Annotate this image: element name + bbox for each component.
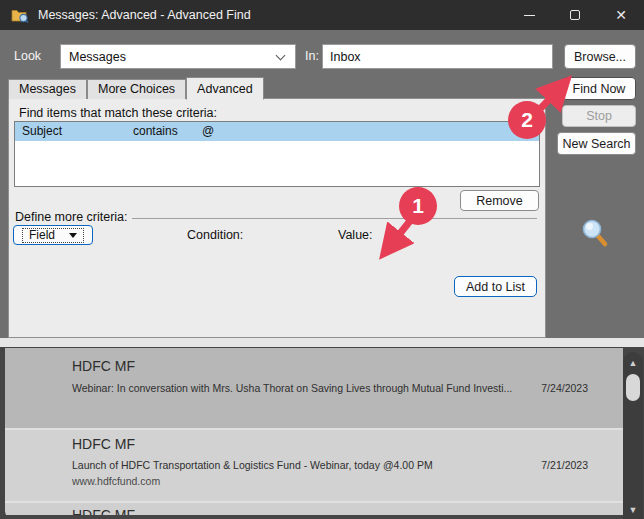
dropdown-triangle-icon [69,233,77,238]
close-button[interactable]: ✕ [598,0,644,30]
minimize-button[interactable] [506,0,552,30]
mail-sender: HDFC MF [72,358,135,374]
mail-list-item[interactable]: HDFC MF Webinar: In conversation with Mr… [5,348,623,430]
advanced-tab-page: Find items that match these criteria: Su… [8,98,546,338]
mail-subject: Launch of HDFC Transportation & Logistic… [72,459,512,471]
close-icon: ✕ [615,8,627,22]
search-results-pane: HDFC MF Webinar: In conversation with Mr… [0,347,644,519]
maximize-icon [570,10,580,20]
annotation-circle-1: 1 [399,187,437,225]
mail-date: 7/21/2023 [541,459,588,471]
mail-sender: HDFC MF [72,507,135,515]
find-folder-icon [11,8,29,23]
mail-preview: www.hdfcfund.com [72,475,160,487]
look-label: Look [14,49,41,63]
value-label: Value: [338,228,373,242]
group-divider [121,218,537,219]
annotation-circle-2: 2 [508,101,546,139]
tab-more-choices[interactable]: More Choices [87,79,186,99]
field-menu-button[interactable]: Field [13,225,93,245]
look-dropdown[interactable]: Messages [60,44,296,69]
tab-strip: Messages More Choices Advanced [8,78,264,99]
in-input[interactable] [322,44,553,69]
criteria-row-selected[interactable]: Subject contains @ [15,122,539,141]
results-list: HDFC MF Webinar: In conversation with Mr… [5,348,623,519]
scroll-down-icon[interactable]: ▼ [623,505,643,515]
titlebar: Messages: Advanced - Advanced Find ✕ [0,0,644,30]
stop-button: Stop [562,105,636,127]
mail-sender: HDFC MF [72,436,135,452]
field-button-label: Field [29,228,55,242]
look-dropdown-value: Messages [69,50,126,64]
criteria-caption: Find items that match these criteria: [19,106,217,120]
mail-date: 7/24/2023 [541,382,588,394]
remove-button[interactable]: Remove [460,190,539,211]
tab-messages[interactable]: Messages [8,79,87,99]
criteria-value: @ [202,124,214,138]
scroll-up-icon[interactable]: ▲ [623,358,643,368]
in-label: In: [305,49,319,63]
tab-advanced[interactable]: Advanced [186,77,264,100]
find-now-button[interactable]: Find Now [562,77,636,100]
window-title: Messages: Advanced - Advanced Find [38,8,251,22]
mail-subject: Webinar: In conversation with Mrs. Usha … [72,382,512,394]
browse-button[interactable]: Browse... [564,44,636,69]
dialog-bottom-edge [0,338,644,347]
define-criteria-caption: Define more criteria: [15,210,132,224]
chevron-down-icon [276,50,286,60]
criteria-field: Subject [22,124,62,138]
maximize-button[interactable] [552,0,598,30]
new-search-button[interactable]: New Search [557,132,636,155]
mail-list-item[interactable]: HDFC MF Launch of HDFC Transportation & … [5,430,623,503]
mail-list-item[interactable]: HDFC MF [5,503,623,515]
minimize-icon [524,15,535,16]
scrollbar-thumb[interactable] [626,374,640,401]
condition-label: Condition: [187,228,243,242]
results-scrollbar[interactable]: ▲ ▼ [623,352,643,519]
add-to-list-button[interactable]: Add to List [454,276,537,297]
criteria-listbox[interactable]: Subject contains @ [14,121,540,187]
criteria-condition: contains [133,124,178,138]
magnifier-icon [581,218,611,250]
advanced-find-window: Messages: Advanced - Advanced Find ✕ Loo… [0,0,644,519]
